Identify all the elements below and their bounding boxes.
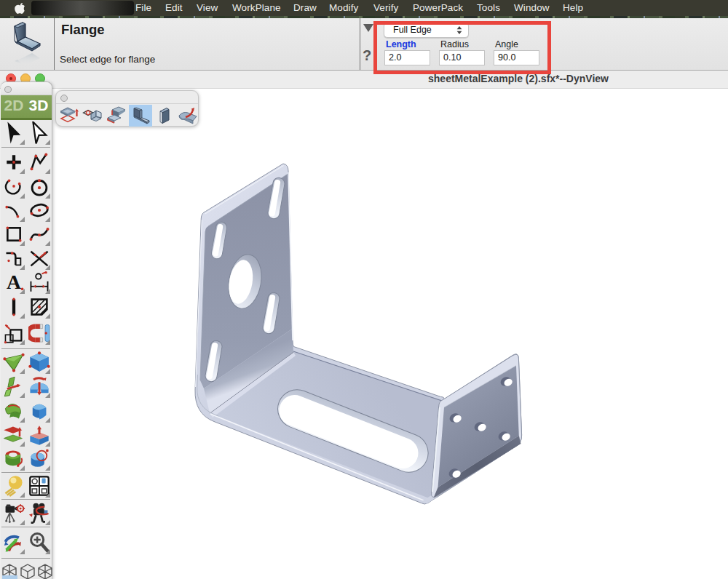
menu-view[interactable]: View: [197, 0, 218, 16]
tool-circle[interactable]: [26, 175, 52, 199]
triangle-down-icon[interactable]: [363, 24, 373, 32]
tool-solid-blob[interactable]: [26, 399, 52, 423]
tool-palette: 2D 3D: [1, 81, 52, 579]
sheet-metal-separator: [56, 103, 198, 104]
tool-plane-stack[interactable]: [1, 423, 26, 447]
desktop-sliver: [0, 16, 728, 18]
question-mark-icon[interactable]: ?: [363, 47, 371, 64]
tool-options-toolbar: Flange Select edge for flange ? Full Edg…: [0, 18, 728, 71]
palette-separator: [1, 558, 50, 559]
palette-close-button[interactable]: [4, 86, 12, 93]
tab-3d[interactable]: 3D: [27, 97, 50, 114]
tool-rotate-view[interactable]: [1, 530, 26, 555]
document-title-bar[interactable]: sheetMetalExample (2).sfx*--DynView: [0, 70, 728, 89]
tool-render-sphere[interactable]: [1, 474, 26, 498]
annotation-rectangle: [373, 21, 551, 74]
menu-bar: File Edit View WorkPlane Draw Modify Ver…: [0, 0, 728, 16]
flange-tool-icon: [7, 21, 48, 66]
tool-prompt: Select edge for flange: [60, 54, 155, 65]
tool-partial-selected[interactable]: [2, 575, 17, 579]
tool-extrude[interactable]: [26, 423, 52, 447]
tool-view-cube-plain[interactable]: [19, 559, 36, 579]
tool-fillet[interactable]: [1, 246, 26, 271]
tool-zoom[interactable]: [26, 530, 52, 555]
tool-offset[interactable]: [1, 321, 26, 346]
menu-draw[interactable]: Draw: [293, 0, 317, 16]
menu-modify[interactable]: Modify: [329, 0, 358, 16]
tool-jog[interactable]: [105, 105, 129, 127]
tool-fold[interactable]: [82, 105, 106, 127]
model-canvas[interactable]: [0, 88, 728, 579]
app-screen: File Edit View WorkPlane Draw Modify Ver…: [0, 0, 728, 579]
tool-surface-bend[interactable]: [1, 399, 26, 423]
palette-separator: [1, 147, 50, 148]
menu-edit[interactable]: Edit: [165, 0, 183, 16]
menu-file[interactable]: File: [135, 0, 151, 16]
tool-hatch[interactable]: [26, 295, 52, 319]
svg-text:A: A: [7, 271, 21, 293]
menu-workplane[interactable]: WorkPlane: [232, 0, 281, 16]
apple-logo-icon[interactable]: [15, 2, 26, 15]
tool-hem[interactable]: [152, 105, 176, 127]
tool-revolve[interactable]: [1, 447, 26, 471]
tool-polyline[interactable]: [26, 150, 52, 175]
menu-window[interactable]: Window: [514, 0, 550, 16]
tool-select[interactable]: [1, 121, 26, 145]
tool-camera-target[interactable]: [1, 501, 26, 526]
sheet-metal-toolbar: [55, 90, 199, 127]
tool-unbend[interactable]: [176, 105, 200, 127]
tool-flange[interactable]: [129, 105, 153, 127]
tab-2d[interactable]: 2D: [2, 97, 25, 114]
tool-trim[interactable]: [26, 246, 52, 271]
tool-line-weight[interactable]: [1, 295, 26, 319]
tool-title: Flange: [61, 22, 105, 38]
menu-verify[interactable]: Verify: [373, 0, 398, 16]
tool-magnet[interactable]: [26, 321, 52, 346]
tool-solid-cube[interactable]: [26, 350, 52, 375]
tool-plane-arrow[interactable]: [1, 374, 26, 399]
palette-title-bar[interactable]: [1, 82, 52, 95]
tool-text[interactable]: A: [1, 270, 26, 295]
tool-dimension[interactable]: [26, 270, 52, 295]
menu-help[interactable]: Help: [563, 0, 583, 16]
tool-base-flange[interactable]: [58, 105, 82, 127]
tool-arc[interactable]: [1, 175, 26, 199]
tool-rectangle[interactable]: [1, 222, 26, 247]
tool-view-cube-axis[interactable]: [36, 559, 54, 579]
toolbar-divider-2: [360, 18, 360, 70]
palette-separator: [1, 348, 50, 349]
redacted-app-name: [31, 1, 134, 15]
tool-curve[interactable]: [1, 198, 26, 223]
sheet-metal-close-button[interactable]: [60, 95, 68, 102]
tool-spline[interactable]: [26, 222, 52, 247]
tool-ellipse[interactable]: [26, 198, 52, 223]
tool-surface-triangle[interactable]: [1, 350, 26, 375]
tool-walk-camera[interactable]: [26, 501, 52, 526]
menu-tools[interactable]: Tools: [477, 0, 500, 16]
palette-separator: [1, 499, 50, 500]
palette-separator: [1, 527, 50, 527]
tool-select-open[interactable]: [26, 121, 52, 145]
tool-boolean-add[interactable]: [26, 447, 52, 471]
menu-powerpack[interactable]: PowerPack: [413, 0, 463, 16]
toolbar-divider-1: [54, 18, 55, 70]
document-title: sheetMetalExample (2).sfx*--DynView: [0, 73, 728, 84]
tool-viewport-grid[interactable]: [26, 474, 52, 498]
palette-tabs: 2D 3D: [1, 95, 52, 120]
tool-point[interactable]: [1, 150, 26, 175]
palette-separator: [1, 472, 50, 473]
tool-dome-split[interactable]: [26, 374, 52, 399]
